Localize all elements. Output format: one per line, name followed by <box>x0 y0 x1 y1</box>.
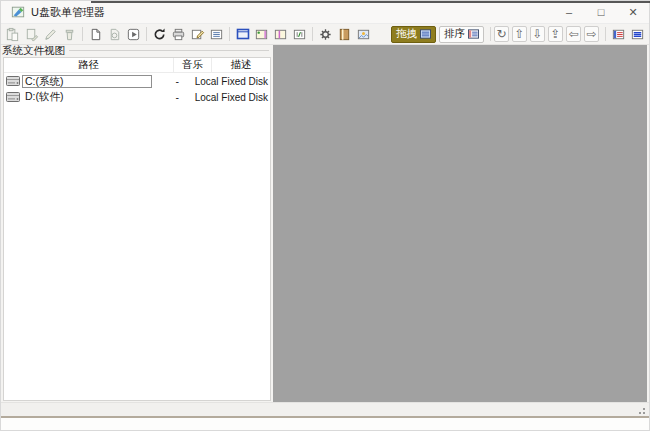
refresh-icon <box>152 27 167 42</box>
rename-button[interactable] <box>42 25 60 43</box>
drag-list-icon <box>420 29 431 39</box>
drive-description: Local Fixed Disk <box>195 92 270 103</box>
move-right-button[interactable]: ⇨ <box>584 26 599 42</box>
paste-button[interactable] <box>4 25 22 43</box>
drive-music-count: - <box>160 91 195 103</box>
panel-code-icon <box>292 27 307 42</box>
close-button[interactable]: ✕ <box>617 1 649 23</box>
system-file-panel: 系统文件视图 路径 音乐 描述 <box>1 45 271 402</box>
column-header-desc[interactable]: 描述 <box>212 58 270 72</box>
window-controls: – □ ✕ <box>553 1 649 23</box>
drive-label: D:(软件) <box>22 90 64 104</box>
export-icon <box>24 27 39 42</box>
column-header-music[interactable]: 音乐 <box>174 58 212 72</box>
list-header-row: 路径 音乐 描述 <box>4 58 270 73</box>
list-icon <box>209 27 224 42</box>
pencil-icon <box>43 27 58 42</box>
content-area: 系统文件视图 路径 音乐 描述 <box>1 45 649 402</box>
file-search-icon <box>107 27 122 42</box>
status-bar <box>1 402 649 418</box>
gear-icon <box>318 27 333 42</box>
paste-icon <box>5 27 20 42</box>
refresh-button[interactable] <box>151 25 169 43</box>
window-layout-button[interactable] <box>234 25 252 43</box>
new-file-icon <box>88 27 103 42</box>
book-icon <box>337 27 352 42</box>
toolbar-separator <box>490 27 491 41</box>
toolbar-separator <box>605 27 606 41</box>
drive-path-cell: D:(软件) <box>4 90 160 104</box>
drag-mode-toggle[interactable]: 拖拽 <box>391 26 436 43</box>
move-left-button[interactable]: ⇦ <box>566 26 581 42</box>
title-bar[interactable]: U盘歌单管理器 – □ ✕ <box>1 1 649 23</box>
play-icon <box>126 27 141 42</box>
group-title: 系统文件视图 <box>2 44 65 58</box>
export-button[interactable] <box>23 25 41 43</box>
about-icon <box>356 27 371 42</box>
panel-preview-button[interactable] <box>253 25 271 43</box>
print-button[interactable] <box>170 25 188 43</box>
drive-row-c[interactable]: C:(系统) - Local Fixed Disk <box>4 73 270 89</box>
settings-button[interactable] <box>317 25 335 43</box>
window-bottom-margin <box>1 418 649 430</box>
main-toolbar: 拖拽 排序 ↻ ⇧ ⇩ ⇪ ⇦ ⇨ <box>1 23 649 45</box>
drive-music-count: - <box>160 75 195 87</box>
panel-code-button[interactable] <box>291 25 309 43</box>
drive-description: Local Fixed Disk <box>195 76 270 87</box>
panel-split-icon <box>273 27 288 42</box>
panel-split-button[interactable] <box>272 25 290 43</box>
toolbar-separator <box>312 27 313 41</box>
app-window: U盘歌单管理器 – □ ✕ <box>0 0 650 431</box>
sort-mode-label: 排序 <box>444 27 465 41</box>
app-logo-icon <box>11 5 25 19</box>
maximize-button[interactable]: □ <box>585 1 617 23</box>
group-box-line <box>69 50 269 51</box>
toolbar-separator <box>82 27 83 41</box>
about-button[interactable] <box>355 25 373 43</box>
background-window-edge <box>91 1 650 3</box>
minimize-button[interactable]: – <box>553 1 585 23</box>
move-up-button[interactable]: ⇧ <box>512 26 527 42</box>
blue-list-button[interactable] <box>629 25 647 43</box>
move-down-button[interactable]: ⇩ <box>530 26 545 42</box>
manual-button[interactable] <box>336 25 354 43</box>
panel-preview-icon <box>254 27 269 42</box>
column-header-path[interactable]: 路径 <box>4 58 174 72</box>
red-list-button[interactable] <box>610 25 628 43</box>
sort-mode-toggle[interactable]: 排序 <box>439 26 484 43</box>
file-search-button[interactable] <box>106 25 124 43</box>
resize-grip[interactable] <box>636 405 645 414</box>
hard-disk-icon <box>6 75 20 87</box>
edit-form-button[interactable] <box>189 25 207 43</box>
edit-form-icon <box>190 27 205 42</box>
drive-label-editbox[interactable]: C:(系统) <box>22 75 152 88</box>
list-view-button[interactable] <box>208 25 226 43</box>
group-box-header: 系统文件视图 <box>1 45 271 56</box>
play-button[interactable] <box>125 25 143 43</box>
move-top-button[interactable]: ⇪ <box>548 26 563 42</box>
blue-list-icon <box>630 27 645 42</box>
toolbar-separator <box>146 27 147 41</box>
printer-icon <box>171 27 186 42</box>
drive-row-d[interactable]: D:(软件) - Local Fixed Disk <box>4 89 270 105</box>
reload-order-button[interactable]: ↻ <box>494 26 509 42</box>
playlist-empty-panel <box>273 45 647 402</box>
hard-disk-icon <box>6 91 20 103</box>
window-title: U盘歌单管理器 <box>31 5 105 20</box>
sort-list-icon <box>468 29 479 39</box>
drive-path-cell: C:(系统) <box>4 75 160 88</box>
drive-list: 路径 音乐 描述 C:(系统) - Loca <box>3 57 271 401</box>
trash-icon <box>62 27 77 42</box>
new-file-button[interactable] <box>87 25 105 43</box>
red-list-icon <box>611 27 626 42</box>
delete-button[interactable] <box>61 25 79 43</box>
drag-mode-label: 拖拽 <box>396 27 417 41</box>
toolbar-separator <box>229 27 230 41</box>
window-layout-icon <box>235 26 251 42</box>
